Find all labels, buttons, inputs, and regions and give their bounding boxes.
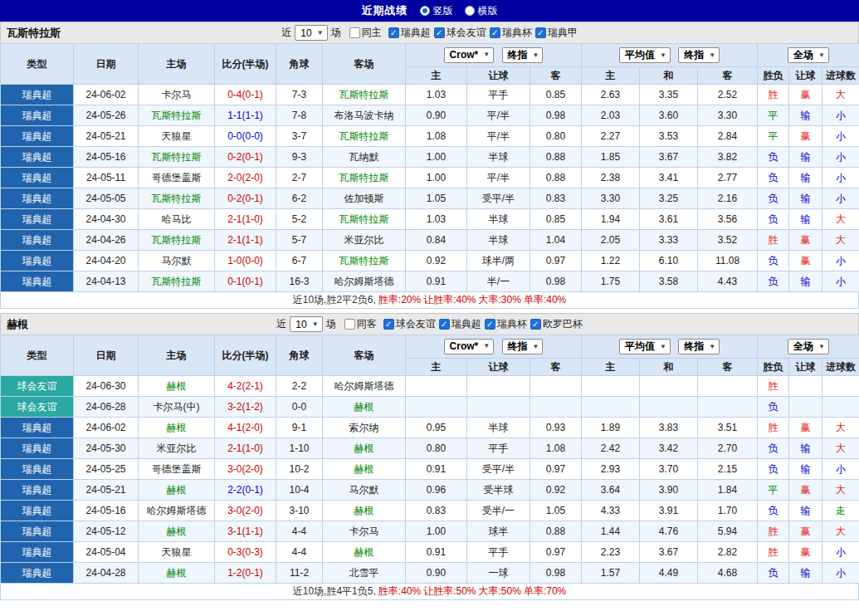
euro-odds-cell: 2.38 <box>582 168 640 188</box>
asian-odds-cell: 受平/半 <box>467 459 530 480</box>
result-cell: 胜 <box>758 85 789 105</box>
goals-result-cell: 大 <box>822 521 859 542</box>
result-cell: 负 <box>758 168 789 188</box>
scope-select[interactable]: 全场 ▼ <box>788 47 829 63</box>
asian-odds-cell: 0.96 <box>406 480 467 501</box>
asian-odds-cell: 0.92 <box>530 480 582 501</box>
handicap-result-cell: 输 <box>789 147 822 168</box>
home-team-cell: 赫根 <box>139 418 215 438</box>
home-team-cell: 卡尔马 <box>139 85 215 105</box>
goals-result-cell <box>822 376 859 397</box>
league-filter-checkbox[interactable]: 瑞典杯 <box>485 317 527 331</box>
away-team-cell: 瓦斯特拉斯 <box>323 209 406 230</box>
match-row: 瑞典超24-05-11哥德堡盖斯2-0(2-0)2-7瓦斯特拉斯1.00平/半0… <box>1 168 859 188</box>
checkbox-icon <box>535 27 546 38</box>
chevron-down-icon: ▼ <box>483 51 490 58</box>
asian-odds-cell: 0.88 <box>530 168 582 188</box>
odds-source-select[interactable]: Crow* ▼ <box>444 339 495 354</box>
handicap-result-cell: 赢 <box>789 85 822 105</box>
goals-result-cell <box>822 397 859 418</box>
col-subheader: 主 <box>406 359 467 376</box>
col-subheader: 和 <box>640 67 698 85</box>
league-filter-checkbox[interactable]: 瑞典超 <box>439 317 481 331</box>
goals-result-cell: 大 <box>822 209 859 230</box>
score-cell: 0-3(0-3) <box>215 542 276 563</box>
asian-odds-cell: 0.80 <box>406 438 467 459</box>
euro-source-select[interactable]: 平均值 ▼ <box>619 47 671 63</box>
date-cell: 24-04-26 <box>74 230 139 251</box>
home-team-cell: 瓦斯特拉斯 <box>139 147 215 168</box>
col-subheader: 胜负 <box>758 359 789 376</box>
league-cell: 瑞典超 <box>1 85 74 105</box>
handicap-result-cell: 赢 <box>789 521 822 542</box>
league-filter-checkbox[interactable]: 瑞典超 <box>388 26 431 40</box>
goals-result-cell: 大 <box>822 418 859 438</box>
euro-odds-cell: 3.83 <box>640 418 698 438</box>
asian-odds-cell: 0.98 <box>530 105 582 126</box>
match-count-select[interactable]: 10 ▼ <box>290 316 322 332</box>
league-filter-checkbox[interactable]: 瑞典甲 <box>535 26 578 40</box>
col-header-away: 客场 <box>323 335 406 376</box>
filter-bar: 近 10 ▼ 场 同主 瑞典超球会友谊瑞典杯瑞典甲 <box>281 25 577 41</box>
handicap-result-cell: 输 <box>789 563 822 584</box>
handicap-result-cell: 赢 <box>789 126 822 147</box>
view-option-vertical[interactable]: 竖版 <box>420 4 453 18</box>
odds-source-select[interactable]: Crow* ▼ <box>444 47 495 63</box>
asian-odds-cell: 0.93 <box>530 418 582 438</box>
euro-stage-select[interactable]: 终指 ▼ <box>678 47 720 63</box>
euro-odds-cell <box>698 376 758 397</box>
euro-odds-cell: 3.58 <box>640 271 698 292</box>
euro-odds-cell <box>640 376 698 397</box>
scope-select[interactable]: 全场 ▼ <box>788 339 829 354</box>
euro-odds-cell: 3.51 <box>698 418 758 438</box>
asian-odds-cell: 平手 <box>467 542 530 563</box>
col-header-date: 日期 <box>74 44 139 85</box>
league-filter-checkbox[interactable]: 球会友谊 <box>383 317 436 331</box>
asian-odds-cell: 平/半 <box>467 168 530 188</box>
summary-line: 近10场,胜2平2负6,胜率:20%让胜率:40%大率:30%单率:40% <box>0 292 859 309</box>
handicap-result-cell: 输 <box>789 459 822 480</box>
match-row: 瑞典超24-04-26瓦斯特拉斯2-1(1-1)5-7米亚尔比0.84半球1.0… <box>1 230 859 251</box>
odds-stage-select[interactable]: 终指 ▼ <box>502 339 544 354</box>
league-filter-checkbox[interactable]: 欧罗巴杯 <box>530 317 583 331</box>
euro-odds-cell: 1.22 <box>582 251 640 271</box>
chevron-down-icon: ▼ <box>709 344 715 350</box>
goals-result-cell: 小 <box>822 105 859 126</box>
euro-source-select[interactable]: 平均值 ▼ <box>619 339 671 354</box>
asian-odds-cell: 1.05 <box>530 501 582 521</box>
handicap-result-cell <box>789 376 822 397</box>
league-filter-checkbox[interactable]: 球会友谊 <box>434 26 486 40</box>
corner-cell: 7-3 <box>276 85 323 105</box>
chevron-down-icon: ▼ <box>317 30 324 37</box>
asian-odds-cell: 0.98 <box>530 563 582 584</box>
away-team-cell: 赫根 <box>323 438 406 459</box>
score-cell: 0-2(0-1) <box>215 147 276 168</box>
match-count-select[interactable]: 10 ▼ <box>295 25 327 41</box>
asian-odds-cell: 球半/两 <box>467 251 530 271</box>
home-team-cell: 哥德堡盖斯 <box>139 168 215 188</box>
same-venue-checkbox[interactable]: 同客 <box>344 317 377 331</box>
home-team-cell: 赫根 <box>139 563 215 584</box>
match-row: 瑞典超24-05-25哥德堡盖斯3-0(2-0)10-2赫根0.91受平/半0.… <box>1 459 859 480</box>
goals-result-cell: 小 <box>822 147 859 168</box>
team-name: 赫根 <box>7 317 28 332</box>
away-team-cell: 赫根 <box>323 459 406 480</box>
team-section-2: 赫根 近 10 ▼ 场 同客 球会友谊瑞典超瑞典杯欧罗巴杯 <box>0 313 859 600</box>
result-cell: 平 <box>758 480 789 501</box>
result-cell: 负 <box>758 209 789 230</box>
match-row: 瑞典超24-05-21天狼星0-0(0-0)3-7瓦斯特拉斯1.08平/半0.8… <box>1 126 859 147</box>
goals-result-cell: 小 <box>822 459 859 480</box>
odds-stage-select[interactable]: 终指 ▼ <box>502 47 544 63</box>
league-cell: 瑞典超 <box>1 521 74 542</box>
checkbox-label: 欧罗巴杯 <box>543 317 583 331</box>
same-venue-checkbox[interactable]: 同主 <box>349 26 382 40</box>
league-filter-checkbox[interactable]: 瑞典杯 <box>490 26 532 40</box>
away-team-cell: 瓦斯特拉斯 <box>323 168 406 188</box>
goals-result-cell: 小 <box>822 542 859 563</box>
euro-odds-header: 平均值 ▼ 终指 ▼ <box>582 44 758 67</box>
asian-odds-cell: 0.91 <box>406 459 467 480</box>
euro-odds-cell: 3.61 <box>640 209 698 230</box>
summary-stat: 让胜率:40% <box>423 293 476 307</box>
view-option-horizontal[interactable]: 横版 <box>465 4 498 18</box>
euro-stage-select[interactable]: 终指 ▼ <box>678 339 720 354</box>
